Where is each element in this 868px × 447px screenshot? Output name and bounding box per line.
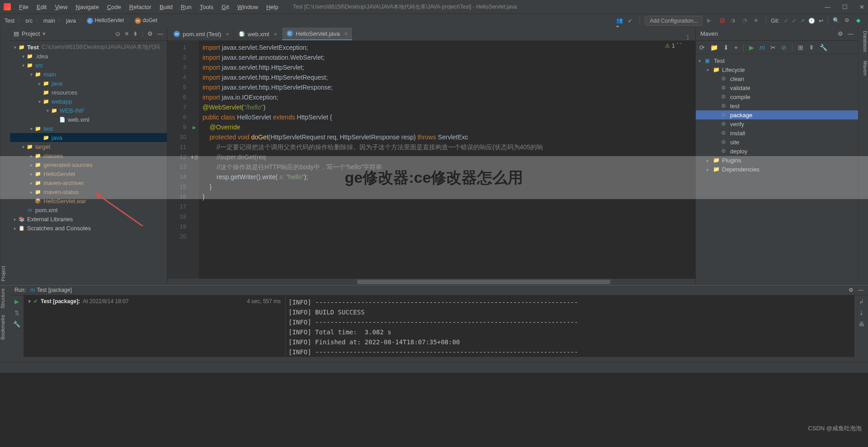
line-gutter[interactable]: 1234567891011121314151617181920 <box>167 41 190 279</box>
maven-plugins[interactable]: Plugins <box>722 157 741 164</box>
print-icon[interactable]: 🖶 <box>859 321 864 328</box>
left-tool-strip[interactable]: Project <box>0 27 10 285</box>
tree-item[interactable]: mpom.xml <box>10 205 167 214</box>
users-icon[interactable]: 👥▾ <box>616 17 623 24</box>
inspection-widget[interactable]: ⚠ 1 ˆ ˇ <box>665 43 682 49</box>
run-settings-icon[interactable]: ⚙ <box>849 287 854 293</box>
tree-item[interactable]: ▾📁main <box>10 70 167 79</box>
add-project-icon[interactable]: + <box>734 44 738 51</box>
tree-item[interactable]: ▸📁HelloServlet <box>10 169 167 178</box>
git-commit-icon[interactable]: ✓ <box>792 18 797 24</box>
run-tree[interactable]: ▾ ✔ Test [package]: At 2022/8/14 18:07 4… <box>24 295 286 357</box>
menu-edit[interactable]: Edit <box>33 2 50 12</box>
tree-item[interactable]: ▾📁src <box>10 61 167 70</box>
tree-item[interactable]: ▾📁WEB-INF <box>10 106 167 115</box>
rerun-icon[interactable]: ▶ <box>14 298 19 305</box>
database-tool-tab[interactable]: Database <box>863 31 868 52</box>
tree-item[interactable]: ▾📁target <box>10 142 167 151</box>
git-push-icon[interactable]: ↗ <box>800 18 805 24</box>
tabs-more-icon[interactable]: ⋮ <box>685 33 695 40</box>
menu-code[interactable]: Code <box>104 2 125 12</box>
tree-item[interactable]: ▾📁webapp <box>10 97 167 106</box>
project-view-dropdown-icon[interactable]: ▾ <box>42 30 46 37</box>
menu-refactor[interactable]: Refactor <box>126 2 155 12</box>
menu-window[interactable]: Window <box>234 2 262 12</box>
close-icon[interactable]: ✕ <box>859 4 864 10</box>
settings-icon[interactable]: ⚙ <box>844 17 852 24</box>
maven-tree[interactable]: ▾▣Test ▾📁Lifecycle ⚙clean⚙validate⚙compi… <box>696 54 858 285</box>
run-maven-icon[interactable]: ▶ <box>749 44 754 51</box>
panel-settings-icon[interactable]: ⚙ <box>147 30 153 37</box>
code-editor[interactable]: ⚠ 1 ˆ ˇ 1234567891011121314151617181920 … <box>167 41 695 279</box>
tree-item[interactable]: ▸📁java <box>10 79 167 88</box>
scratches-consoles[interactable]: Scratches and Consoles <box>27 225 91 232</box>
tree-item[interactable]: ▾📁.idea <box>10 52 167 61</box>
menu-tools[interactable]: Tools <box>196 2 217 12</box>
run-minimize-icon[interactable]: — <box>858 287 863 293</box>
debug-icon[interactable]: 🐞 <box>719 17 726 24</box>
download-sources-icon[interactable]: ⬇ <box>723 44 729 51</box>
bookmarks-tool-tab[interactable]: Bookmarks <box>0 315 10 340</box>
minimize-icon[interactable]: — <box>825 4 830 10</box>
maven-goal-test[interactable]: ⚙test <box>696 101 858 110</box>
ide-features-icon[interactable]: ◆ <box>856 17 863 24</box>
reload-icon[interactable]: ⟳ <box>699 44 705 51</box>
tree-item[interactable]: ▸📁maven-archiver <box>10 178 167 187</box>
menu-file[interactable]: File <box>15 2 32 12</box>
breadcrumb-item[interactable]: C HelloServlet <box>87 17 124 24</box>
maven-goal-deploy[interactable]: ⚙deploy <box>696 147 858 156</box>
scroll-to-end-icon[interactable]: ⤓ <box>859 309 864 316</box>
breadcrumb-item[interactable]: m doGet <box>135 17 157 24</box>
tree-item[interactable]: 📁java <box>10 133 167 142</box>
editor-tab[interactable]: 📄web.xml× <box>234 28 282 40</box>
right-tool-strip[interactable]: Database Maven <box>858 27 868 285</box>
run-tree-item[interactable]: Test [package]: <box>41 298 80 304</box>
run-icon[interactable]: ▶ <box>707 17 714 24</box>
maven-goal-site[interactable]: ⚙site <box>696 138 858 147</box>
run-wrench-icon[interactable]: 🔧 <box>13 321 20 328</box>
maven-minimize-icon[interactable]: — <box>848 30 854 37</box>
run-actions-icon[interactable]: ⇅ <box>14 309 19 316</box>
editor-tab[interactable]: mpom.xml (Test)× <box>169 28 234 40</box>
maven-goal-validate[interactable]: ⚙validate <box>696 83 858 92</box>
maven-lifecycle[interactable]: Lifecycle <box>722 67 745 73</box>
project-view-label[interactable]: Project <box>22 30 40 37</box>
run-config-name[interactable]: Test [package] <box>37 287 71 293</box>
git-revert-icon[interactable]: ↩ <box>819 18 823 24</box>
breadcrumb-item[interactable]: java <box>66 18 76 24</box>
toggle-offline-icon[interactable]: ✂ <box>770 44 776 51</box>
tree-item[interactable]: ▸📁generated-sources <box>10 160 167 169</box>
menu-navigate[interactable]: Navigate <box>72 2 102 12</box>
breadcrumb-item[interactable]: src <box>25 18 33 24</box>
project-view-icon[interactable]: ▤ <box>14 30 19 37</box>
soft-wrap-icon[interactable]: ↲ <box>859 298 864 305</box>
search-icon[interactable]: 🔍 <box>833 17 840 24</box>
generate-sources-icon[interactable]: 📁 <box>710 44 718 51</box>
left-bottom-tool-strip[interactable]: Bookmarks Structure <box>0 285 10 362</box>
tree-item[interactable]: 📦HelloServlet.war <box>10 196 167 205</box>
execute-goal-icon[interactable]: m <box>760 44 765 51</box>
maven-goal-verify[interactable]: ⚙verify <box>696 119 858 128</box>
run-hscrollbar[interactable] <box>10 357 868 362</box>
maven-dependencies[interactable]: Dependencies <box>722 166 760 173</box>
stop-icon[interactable]: ■ <box>754 17 761 24</box>
editor-hscrollbar[interactable] <box>167 279 695 285</box>
tree-item[interactable]: ▸📁maven-status <box>10 187 167 196</box>
tree-item[interactable]: ▸📁classes <box>10 151 167 160</box>
breadcrumb-item[interactable]: Test <box>5 18 14 24</box>
profile-icon[interactable]: ◔ <box>742 17 750 24</box>
maven-wrench-icon[interactable]: 🔧 <box>820 44 827 51</box>
menu-git[interactable]: Git <box>218 2 233 12</box>
project-tree[interactable]: ▾📁 Test C:\Users\86158\Desktop\JAVA\JAVA… <box>10 41 167 285</box>
code-content[interactable]: import javax.servlet.ServletException;im… <box>199 41 695 279</box>
close-tab-icon[interactable]: × <box>344 30 348 37</box>
menu-build[interactable]: Build <box>156 2 176 12</box>
tree-root-label[interactable]: Test <box>27 44 39 51</box>
structure-tool-tab[interactable]: Structure <box>0 288 10 309</box>
maximize-icon[interactable]: ☐ <box>842 4 848 10</box>
editor-tab[interactable]: CHelloServlet.java× <box>282 28 353 40</box>
maven-goal-package[interactable]: ⚙package <box>696 110 858 119</box>
close-tab-icon[interactable]: × <box>226 31 229 38</box>
maven-tool-tab[interactable]: Maven <box>863 61 868 76</box>
git-pull-icon[interactable]: ✓ <box>784 18 788 24</box>
